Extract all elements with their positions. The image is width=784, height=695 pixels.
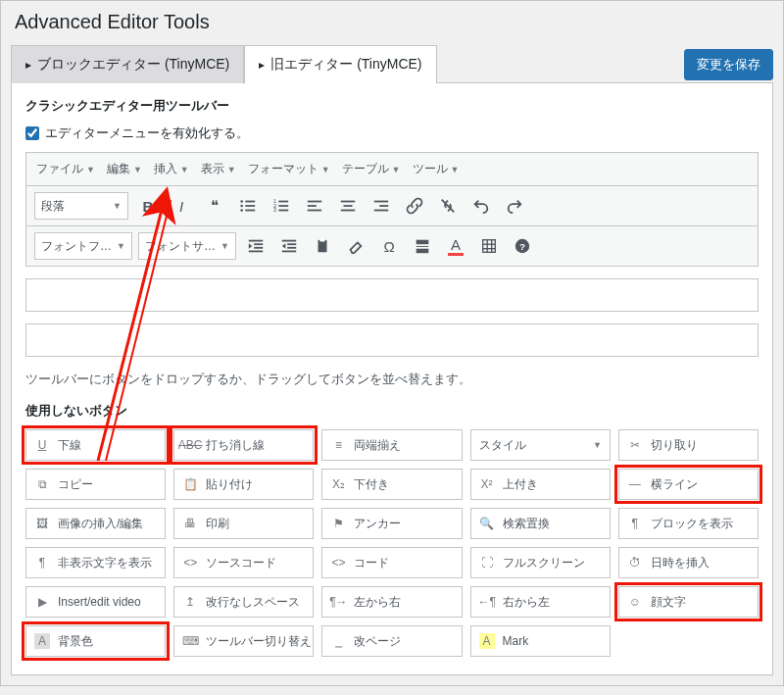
font-family-select[interactable]: フォントフ…▼ <box>34 232 132 260</box>
caret-right-icon: ▸ <box>259 58 265 72</box>
unused-strikethrough[interactable]: ABC打ち消し線 <box>173 429 314 461</box>
tab-label: 旧エディター (TinyMCE) <box>270 56 421 74</box>
tab-block-editor[interactable]: ▸ ブロックエディター (TinyMCE) <box>11 45 244 83</box>
align-center-button[interactable] <box>334 192 362 220</box>
unused-fullscreen[interactable]: ⛶フルスクリーン <box>470 547 611 578</box>
unused-visual-chars[interactable]: ¶非表示文字を表示 <box>25 547 166 578</box>
undo-icon <box>472 197 490 215</box>
numbered-list-button[interactable]: 123 <box>268 192 295 220</box>
font-size-select[interactable]: フォントサ…▼ <box>138 232 236 260</box>
enable-menu-checkbox[interactable] <box>25 126 39 140</box>
enable-menu-checkbox-row[interactable]: エディターメニューを有効化する。 <box>25 124 759 142</box>
clear-format-button[interactable] <box>342 232 369 260</box>
undo-button[interactable] <box>467 192 495 220</box>
outdent-button[interactable] <box>242 232 270 260</box>
unused-justify[interactable]: ≡両端揃え <box>321 429 462 461</box>
toolbar-hint: ツールバーにボタンをドロップするか、ドラッグしてボタンを並べ替えます。 <box>25 371 759 388</box>
unlink-icon <box>439 197 457 215</box>
bulleted-list-button[interactable] <box>234 192 262 220</box>
redo-button[interactable] <box>501 192 528 220</box>
search-icon: 🔍 <box>479 516 495 531</box>
unused-anchor[interactable]: ⚑アンカー <box>321 508 462 539</box>
align-right-button[interactable] <box>368 192 395 220</box>
unused-ltr[interactable]: ¶→左から右 <box>321 586 462 618</box>
unused-search-replace[interactable]: 🔍検索置換 <box>470 508 611 539</box>
caret-down-icon: ▼ <box>451 165 460 174</box>
italic-button[interactable]: I <box>168 192 195 220</box>
unused-pagebreak[interactable]: ⎯改ページ <box>321 625 462 657</box>
tab-classic-editor[interactable]: ▸ 旧エディター (TinyMCE) <box>244 45 436 83</box>
menu-view[interactable]: 表示▼ <box>201 161 236 177</box>
svg-point-4 <box>240 209 243 212</box>
unused-cut[interactable]: ✂切り取り <box>618 429 759 461</box>
save-button[interactable]: 変更を保存 <box>684 49 773 80</box>
menu-insert[interactable]: 挿入▼ <box>154 161 189 177</box>
unused-show-blocks[interactable]: ¶ブロックを表示 <box>618 508 759 539</box>
unused-print[interactable]: 🖶印刷 <box>173 508 314 539</box>
toolbar-dropzone-1[interactable] <box>25 278 759 312</box>
unused-rtl[interactable]: ←¶右から左 <box>470 586 611 618</box>
quote-icon: ❝ <box>211 197 219 215</box>
menu-edit[interactable]: 編集▼ <box>107 161 142 177</box>
indent-button[interactable] <box>275 232 303 260</box>
clipboard-icon <box>314 237 331 255</box>
unused-code[interactable]: <>コード <box>321 547 462 578</box>
unlink-button[interactable] <box>434 192 462 220</box>
unused-subscript[interactable]: X₂下付き <box>321 469 462 500</box>
subscript-icon: X₂ <box>330 476 346 492</box>
bold-button[interactable]: B <box>134 192 162 220</box>
paste-text-button[interactable] <box>309 232 336 260</box>
keyboard-icon: ⌨ <box>182 633 198 649</box>
editor-shell: ファイル▼ 編集▼ 挿入▼ 表示▼ フォーマット▼ テーブル▼ ツール▼ 段落▼… <box>25 152 759 267</box>
text-color-button[interactable]: A <box>442 232 469 260</box>
caret-down-icon: ▼ <box>593 440 602 450</box>
editor-menu-bar: ファイル▼ 編集▼ 挿入▼ 表示▼ フォーマット▼ テーブル▼ ツール▼ <box>26 153 758 186</box>
help-button[interactable]: ? <box>509 232 536 260</box>
unused-style-select[interactable]: スタイル▼ <box>470 429 611 461</box>
svg-rect-17 <box>341 210 355 212</box>
list-ul-icon <box>239 197 257 215</box>
unused-source-code[interactable]: <>ソースコード <box>173 547 314 578</box>
table-button[interactable] <box>475 232 503 260</box>
svg-rect-13 <box>308 205 317 207</box>
unused-hr[interactable]: —横ライン <box>618 469 759 500</box>
svg-rect-11 <box>278 210 288 212</box>
menu-format[interactable]: フォーマット▼ <box>248 161 330 177</box>
unused-emoji[interactable]: ☺顔文字 <box>618 586 759 618</box>
link-button[interactable] <box>401 192 428 220</box>
unused-nbsp[interactable]: ↥改行なしスペース <box>173 586 314 618</box>
svg-rect-28 <box>282 251 296 253</box>
caret-right-icon: ▸ <box>25 58 31 72</box>
omega-icon: Ω <box>383 238 394 255</box>
menu-file[interactable]: ファイル▼ <box>36 161 95 177</box>
special-char-button[interactable]: Ω <box>375 232 403 260</box>
unused-superscript[interactable]: X²上付き <box>470 469 611 500</box>
unused-underline[interactable]: U下線 <box>25 429 166 461</box>
copy-icon: ⧉ <box>34 476 50 492</box>
link-icon <box>406 197 423 215</box>
svg-rect-7 <box>278 201 288 203</box>
caret-down-icon: ▼ <box>392 165 401 174</box>
unused-toolbar-toggle[interactable]: ⌨ツールバー切り替え <box>173 625 314 657</box>
caret-down-icon: ▼ <box>113 201 122 211</box>
editor-tabs: ▸ ブロックエディター (TinyMCE) ▸ 旧エディター (TinyMCE) <box>11 45 437 83</box>
menu-tools[interactable]: ツール▼ <box>413 161 460 177</box>
unused-bgcolor[interactable]: A背景色 <box>25 625 166 657</box>
toolbar-row-2: フォントフ…▼ フォントサ…▼ Ω A ? <box>26 226 758 266</box>
scissors-icon: ✂ <box>627 437 643 453</box>
unused-datetime[interactable]: ⏱日時を挿入 <box>618 547 759 578</box>
menu-table[interactable]: テーブル▼ <box>342 161 401 177</box>
pilcrow-icon: ¶ <box>34 555 50 571</box>
unused-image[interactable]: 🖼画像の挿入/編集 <box>25 508 166 539</box>
unused-video[interactable]: ▶Insert/edit video <box>25 586 166 618</box>
blockquote-button[interactable]: ❝ <box>201 192 228 220</box>
read-more-button[interactable] <box>409 232 436 260</box>
align-left-button[interactable] <box>301 192 328 220</box>
paragraph-select[interactable]: 段落▼ <box>34 192 128 220</box>
text-color-icon: A <box>448 236 464 256</box>
unused-paste[interactable]: 📋貼り付け <box>173 469 314 500</box>
unused-copy[interactable]: ⧉コピー <box>25 469 166 500</box>
toolbar-dropzone-2[interactable] <box>25 323 759 357</box>
toolbar-row-1: 段落▼ B I ❝ 123 <box>26 186 758 226</box>
unused-mark[interactable]: AMark <box>470 625 611 657</box>
